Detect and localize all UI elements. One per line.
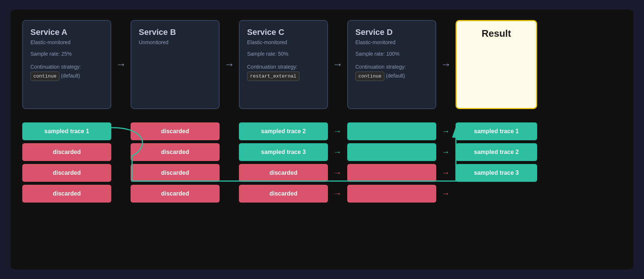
trace-b-2: discarded	[131, 164, 220, 182]
trace-b-1: discarded	[131, 143, 220, 161]
trace-a-3: discarded	[22, 185, 111, 203]
trace-a-1: discarded	[22, 143, 111, 161]
trace-b-3: discarded	[131, 185, 220, 203]
service-d-subtitle: Elastic-monitored	[355, 39, 428, 45]
service-c-continuation: Continuation strategy: restart_external	[247, 63, 320, 81]
service-a-continuation: Continuation strategy: continue (default…	[30, 63, 103, 81]
trace-c-1: sampled trace 3	[239, 143, 328, 161]
arrow-c-d-3: →	[328, 185, 347, 203]
trace-col-d	[347, 122, 436, 203]
result-trace-0: sampled trace 1	[456, 122, 537, 140]
service-b-title: Service B	[139, 27, 211, 37]
arrow-b-c: →	[220, 59, 239, 70]
trace-d-1	[347, 143, 436, 161]
arrow-c-d: →	[328, 59, 347, 70]
arrow-col-c-d: → → → →	[328, 122, 347, 203]
service-b-subtitle: Unmonitored	[139, 39, 211, 45]
result-card: Result	[456, 20, 537, 109]
arrow-col-b-c	[220, 122, 239, 203]
service-d-continuation: Continuation strategy: continue (default…	[355, 63, 428, 81]
diagram-container: Service A Elastic-monitored Sample rate:…	[10, 10, 634, 269]
trace-d-2	[347, 164, 436, 182]
result-trace-2: sampled trace 3	[456, 164, 537, 182]
service-d-strategy-note: (default)	[386, 73, 405, 79]
arrow-c-d-0: →	[328, 122, 347, 140]
trace-a-2: discarded	[22, 164, 111, 182]
service-c-subtitle: Elastic-monitored	[247, 39, 320, 45]
service-a-strategy-code: continue	[30, 72, 59, 81]
trace-c-0: sampled trace 2	[239, 122, 328, 140]
arrow-d-r-0: →	[436, 122, 456, 140]
service-a-title: Service A	[30, 27, 103, 37]
service-a-strategy-note: (default)	[61, 73, 80, 79]
arrow-d-r-1: →	[436, 143, 456, 161]
arrow-d-r-2: →	[436, 164, 456, 182]
trace-d-3	[347, 185, 436, 203]
service-a-subtitle: Elastic-monitored	[30, 39, 103, 45]
service-c-strategy-code: restart_external	[247, 72, 299, 81]
arrow-col-a-b	[111, 122, 131, 203]
service-c-sample-rate: Sample rate: 50%	[247, 50, 320, 58]
service-c-title: Service C	[247, 27, 320, 37]
arrow-a-b: →	[111, 59, 131, 70]
arrow-d-r-3: →	[436, 185, 456, 203]
service-card-a: Service A Elastic-monitored Sample rate:…	[22, 20, 111, 109]
trace-b-0: discarded	[131, 122, 220, 140]
trace-col-b: discarded discarded discarded discarded	[131, 122, 220, 203]
arrow-right-icon-4: →	[441, 59, 451, 70]
service-d-sample-rate: Sample rate: 100%	[355, 50, 428, 58]
trace-c-3: discarded	[239, 185, 328, 203]
arrow-c-d-2: →	[328, 164, 347, 182]
service-d-title: Service D	[355, 27, 428, 37]
trace-col-result: sampled trace 1 sampled trace 2 sampled …	[456, 122, 537, 182]
result-title: Result	[482, 28, 511, 39]
service-card-b: Service B Unmonitored	[131, 20, 220, 109]
trace-d-0	[347, 122, 436, 140]
service-d-strategy-code: continue	[355, 72, 384, 81]
traces-section: sampled trace 1 discarded discarded disc…	[22, 122, 622, 203]
arrow-d-result: →	[436, 59, 456, 70]
result-trace-1: sampled trace 2	[456, 143, 537, 161]
trace-col-c: sampled trace 2 sampled trace 3 discarde…	[239, 122, 328, 203]
service-card-c: Service C Elastic-monitored Sample rate:…	[239, 20, 328, 109]
arrow-col-d-result: → → → →	[436, 122, 456, 203]
arrow-right-icon-2: →	[224, 59, 234, 70]
service-a-sample-rate: Sample rate: 25%	[30, 50, 103, 58]
services-row: Service A Elastic-monitored Sample rate:…	[22, 20, 622, 109]
arrow-right-icon-3: →	[332, 59, 343, 70]
trace-c-2: discarded	[239, 164, 328, 182]
trace-a-0: sampled trace 1	[22, 122, 111, 140]
arrow-right-icon: →	[116, 59, 126, 70]
trace-col-a: sampled trace 1 discarded discarded disc…	[22, 122, 111, 203]
service-card-d: Service D Elastic-monitored Sample rate:…	[347, 20, 436, 109]
arrow-c-d-1: →	[328, 143, 347, 161]
